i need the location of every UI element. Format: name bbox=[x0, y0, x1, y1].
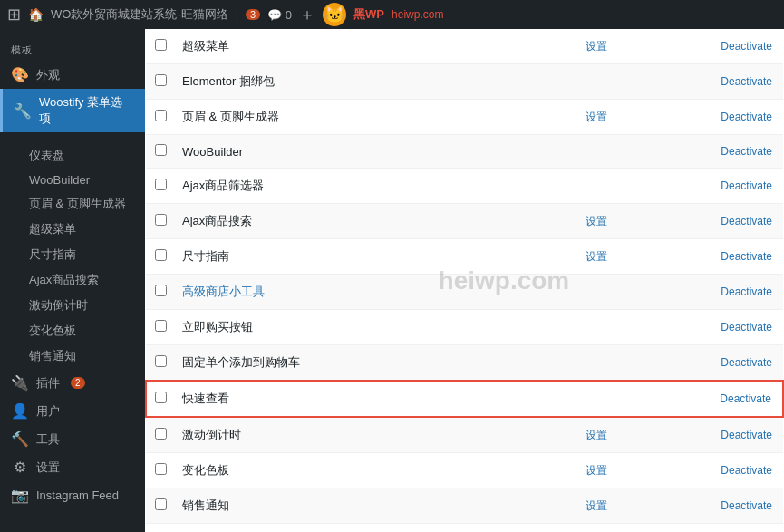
plugin-checkbox-14[interactable] bbox=[155, 498, 167, 510]
plugin-checkbox-4[interactable] bbox=[155, 144, 167, 156]
sidebar-item-sales-notify[interactable]: 销售通知 bbox=[0, 343, 145, 369]
sidebar-item-countdown[interactable]: 激动倒计时 bbox=[0, 293, 145, 318]
plugin-settings-cell bbox=[528, 64, 615, 100]
plugin-checkbox-12[interactable] bbox=[155, 428, 167, 440]
sidebar-item-header-footer[interactable]: 页眉 & 页脚生成器 bbox=[0, 191, 145, 217]
sidebar-settings-label: 设置 bbox=[36, 459, 60, 476]
plugin-deactivate-link-13[interactable]: Deactivate bbox=[721, 464, 772, 477]
plugin-settings-cell: 设置 bbox=[528, 488, 615, 524]
plugin-deactivate-link-8[interactable]: Deactivate bbox=[721, 285, 772, 298]
plugin-deactivate-cell: Deactivate bbox=[615, 204, 783, 239]
plugin-deactivate-link-4[interactable]: Deactivate bbox=[721, 145, 772, 158]
plugin-checkbox-5[interactable] bbox=[155, 179, 167, 190]
plugin-checkbox-3[interactable] bbox=[155, 110, 167, 121]
sidebar-item-mega-menu[interactable]: 超级菜单 bbox=[0, 217, 145, 242]
plugin-deactivate-link-6[interactable]: Deactivate bbox=[721, 215, 772, 227]
plugin-settings-link[interactable]: 设置 bbox=[586, 429, 607, 441]
sidebar-item-instagram[interactable]: 📷 Instagram Feed bbox=[0, 481, 145, 509]
plugin-checkbox-2[interactable] bbox=[155, 74, 167, 86]
plugin-settings-cell: 设置 bbox=[528, 453, 615, 488]
sidebar-section-template: 模板 bbox=[0, 36, 145, 61]
plugin-name-cell: WooBuilder bbox=[175, 135, 492, 169]
plugin-settings-link[interactable]: 设置 bbox=[586, 111, 607, 123]
sidebar-instagram-label: Instagram Feed bbox=[36, 488, 119, 502]
plugin-settings-link[interactable]: 设置 bbox=[586, 499, 607, 512]
plugin-deactivate-link-12[interactable]: Deactivate bbox=[721, 429, 772, 441]
add-new-button[interactable]: ＋ bbox=[299, 4, 315, 25]
users-icon: 👤 bbox=[11, 402, 29, 420]
brand-label: 黑WP bbox=[353, 6, 384, 23]
plugin-settings-cell bbox=[528, 275, 615, 310]
plugin-deactivate-link-11[interactable]: Deactivate bbox=[720, 392, 771, 405]
table-row: Ajax商品搜索设置Deactivate bbox=[146, 204, 783, 239]
sidebar-woostify-label: Woostify 菜单选项 bbox=[39, 94, 134, 127]
plugin-deactivate-cell: Deactivate bbox=[615, 275, 783, 310]
plugin-deactivate-link-3[interactable]: Deactivate bbox=[721, 111, 772, 123]
plugin-settings-cell bbox=[528, 345, 615, 382]
sidebar-item-tools[interactable]: 🔨 工具 bbox=[0, 425, 145, 453]
plugin-deactivate-cell: Deactivate bbox=[615, 417, 783, 453]
top-bar: ⊞ 🏠 WO款外贸商城建站系统-旺猫网络 | 3 💬 0 ＋ 🐱 黑WP hei… bbox=[0, 0, 784, 29]
plugin-deactivate-link-2[interactable]: Deactivate bbox=[721, 75, 772, 88]
sidebar-item-dashboard[interactable]: 仪表盘 bbox=[0, 143, 145, 169]
table-row: Elementor 捆绑包Deactivate bbox=[146, 64, 783, 100]
plugin-settings-link[interactable]: 设置 bbox=[586, 215, 607, 227]
plugin-name-cell: 变化色板 bbox=[175, 453, 492, 488]
plugin-name-link[interactable]: 高级商店小工具 bbox=[182, 285, 265, 298]
tools-icon: 🔨 bbox=[11, 430, 29, 448]
table-row: 激动倒计时设置Deactivate bbox=[146, 417, 783, 453]
woostify-icon: 🔧 bbox=[14, 102, 32, 120]
plugin-settings-link[interactable]: 设置 bbox=[586, 40, 607, 53]
sidebar-item-swatches[interactable]: 变化色板 bbox=[0, 318, 145, 343]
sidebar-tools-label: 工具 bbox=[36, 431, 60, 448]
plugin-deactivate-link-10[interactable]: Deactivate bbox=[721, 356, 772, 369]
table-row: 高级商店小工具Deactivate bbox=[146, 275, 783, 310]
plugin-deactivate-link-7[interactable]: Deactivate bbox=[721, 250, 772, 263]
plugin-name-cell: Ajax商品筛选器 bbox=[175, 169, 492, 204]
plugin-checkbox-11[interactable] bbox=[155, 392, 167, 403]
plugin-deactivate-cell: Deactivate bbox=[615, 310, 783, 345]
plugin-deactivate-cell: Deactivate bbox=[615, 169, 783, 204]
plugin-checkbox-8[interactable] bbox=[155, 285, 167, 296]
plugin-deactivate-cell: Deactivate bbox=[615, 100, 783, 135]
plugin-updates-badge[interactable]: 3 bbox=[246, 9, 260, 20]
plugin-deactivate-link-5[interactable]: Deactivate bbox=[721, 179, 772, 192]
sidebar-item-users[interactable]: 👤 用户 bbox=[0, 397, 145, 425]
plugin-deactivate-link-1[interactable]: Deactivate bbox=[721, 40, 772, 53]
domain-label: heiwp.com bbox=[392, 8, 443, 21]
plugin-deactivate-link-14[interactable]: Deactivate bbox=[721, 499, 772, 512]
plugin-checkbox-6[interactable] bbox=[155, 214, 167, 226]
sidebar-item-woostify[interactable]: 🔧 Woostify 菜单选项 bbox=[0, 89, 145, 132]
sidebar-item-woobuilder[interactable]: WooBuilder bbox=[0, 169, 145, 191]
table-row: 超级菜单设置Deactivate bbox=[146, 29, 783, 64]
sidebar-item-ajax-search[interactable]: Ajax商品搜索 bbox=[0, 267, 145, 293]
plugin-settings-cell bbox=[528, 135, 615, 169]
plugin-settings-link[interactable]: 设置 bbox=[586, 250, 607, 263]
plugin-name-cell: 快速查看 bbox=[175, 381, 492, 417]
plugin-name-cell: 固定单个添加到购物车 bbox=[175, 345, 492, 382]
avatar: 🐱 bbox=[323, 3, 346, 26]
plugin-checkbox-7[interactable] bbox=[155, 249, 167, 261]
sidebar-item-appearance[interactable]: 🎨 外观 bbox=[0, 61, 145, 89]
instagram-icon: 📷 bbox=[11, 487, 29, 504]
plugin-settings-cell: 设置 bbox=[528, 204, 615, 239]
plugin-checkbox-10[interactable] bbox=[155, 355, 167, 367]
plugin-table: 超级菜单设置DeactivateElementor 捆绑包Deactivate页… bbox=[145, 29, 784, 524]
plugin-name-cell: 超级菜单 bbox=[175, 29, 492, 64]
sidebar-item-plugins[interactable]: 🔌 插件 2 bbox=[0, 369, 145, 397]
plugin-checkbox-1[interactable] bbox=[155, 39, 167, 51]
table-row: 固定单个添加到购物车Deactivate bbox=[146, 345, 783, 382]
plugin-settings-link[interactable]: 设置 bbox=[586, 464, 607, 477]
plugin-name-cell: Elementor 捆绑包 bbox=[175, 64, 492, 100]
sidebar-item-size-guide[interactable]: 尺寸指南 bbox=[0, 242, 145, 267]
sidebar-item-settings[interactable]: ⚙ 设置 bbox=[0, 453, 145, 481]
sep1: | bbox=[236, 8, 238, 22]
comment-icon[interactable]: 💬 0 bbox=[267, 8, 292, 22]
plugin-deactivate-link-9[interactable]: Deactivate bbox=[721, 321, 772, 334]
sidebar-section-dashboard bbox=[0, 132, 145, 143]
home-icon[interactable]: 🏠 bbox=[28, 7, 44, 22]
plugin-checkbox-13[interactable] bbox=[155, 463, 167, 475]
plugins-icon: 🔌 bbox=[11, 374, 29, 392]
plugin-checkbox-9[interactable] bbox=[155, 320, 167, 332]
plugins-badge: 2 bbox=[71, 377, 85, 389]
